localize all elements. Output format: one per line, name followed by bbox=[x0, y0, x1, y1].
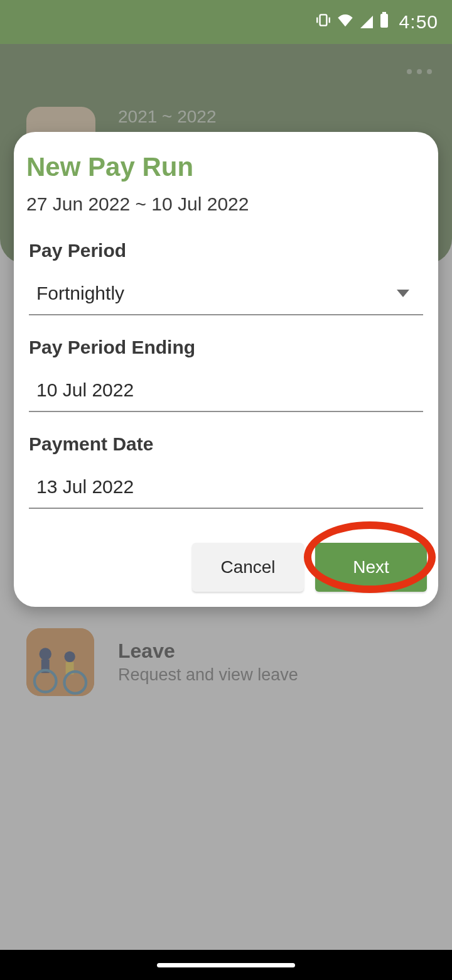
chevron-down-icon bbox=[397, 290, 409, 297]
dialog-title: New Pay Run bbox=[26, 152, 426, 182]
pay-period-ending-value: 10 Jul 2022 bbox=[36, 379, 134, 401]
dialog-actions: Cancel Next bbox=[192, 543, 427, 592]
home-indicator[interactable] bbox=[157, 963, 295, 967]
system-nav-bar bbox=[0, 950, 452, 980]
dialog-date-range: 27 Jun 2022 ~ 10 Jul 2022 bbox=[26, 193, 426, 215]
payment-date-input[interactable]: 13 Jul 2022 bbox=[29, 471, 423, 509]
new-pay-run-dialog: New Pay Run 27 Jun 2022 ~ 10 Jul 2022 Pa… bbox=[14, 132, 438, 607]
pay-period-label: Pay Period bbox=[26, 240, 426, 261]
pay-period-select[interactable]: Fortnightly bbox=[29, 278, 423, 315]
cancel-button[interactable]: Cancel bbox=[192, 543, 304, 592]
payment-date-value: 13 Jul 2022 bbox=[36, 476, 134, 498]
next-button[interactable]: Next bbox=[315, 543, 427, 592]
pay-period-ending-label: Pay Period Ending bbox=[26, 337, 426, 358]
pay-period-value: Fortnightly bbox=[36, 283, 124, 304]
pay-period-ending-input[interactable]: 10 Jul 2022 bbox=[29, 374, 423, 412]
payment-date-label: Payment Date bbox=[26, 433, 426, 455]
